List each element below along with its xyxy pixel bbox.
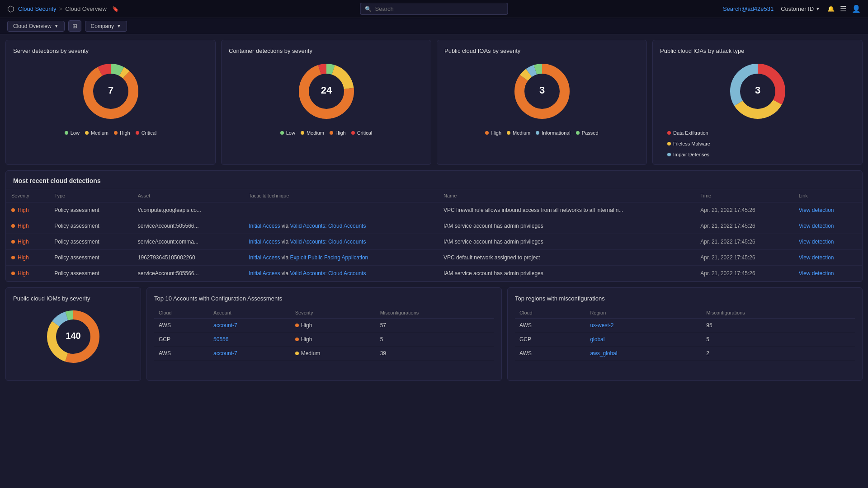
col-account: Account	[209, 307, 291, 319]
breadcrumb: Cloud Security > Cloud Overview 🔖	[18, 5, 119, 12]
time-cell: Apr. 21, 2022 17:45:26	[695, 266, 793, 282]
tactic-link-1[interactable]: Initial Access	[249, 254, 280, 261]
severity-cell: High	[291, 333, 376, 347]
link-cell: View detection	[793, 234, 862, 250]
company-button[interactable]: Company ▼	[85, 21, 127, 32]
tactic-link-1[interactable]: Initial Access	[249, 270, 280, 277]
tactic-link-1[interactable]: Initial Access	[249, 223, 280, 229]
legend-impair-defenses: Impair Defenses	[667, 152, 709, 157]
tactic-link-2[interactable]: Valid Accounts: Cloud Accounts	[290, 270, 366, 277]
col-tactic: Tactic & technique	[243, 189, 438, 202]
detections-table: Severity Type Asset Tactic & technique N…	[6, 189, 862, 282]
main-content: Server detections by severity 7	[0, 34, 868, 386]
col-region: Region	[585, 307, 702, 319]
type-cell: Policy assessment	[49, 234, 132, 250]
view-detection-link[interactable]: View detection	[799, 207, 834, 213]
bell-icon[interactable]: 🔔	[827, 5, 835, 12]
tactic-link-1[interactable]: Initial Access	[249, 239, 280, 245]
link-cell: View detection	[793, 266, 862, 282]
view-detection-link[interactable]: View detection	[799, 254, 834, 261]
col-misconfigs: Misconfigurations	[376, 307, 494, 319]
link-cell: View detection	[793, 202, 862, 218]
col-type: Type	[49, 189, 132, 202]
detections-table-wrapper: Severity Type Asset Tactic & technique N…	[6, 189, 862, 282]
customer-id-selector[interactable]: Customer ID ▼	[781, 5, 820, 12]
region-cell: global	[585, 333, 702, 347]
table-row: HighPolicy assessmentserviceAccount:5055…	[6, 266, 862, 282]
misconfigs-cell: 39	[376, 347, 494, 361]
server-detections-donut: 7	[13, 60, 208, 123]
sub-navigation: Cloud Overview ▼ ⊞ Company ▼	[0, 18, 868, 34]
tactic-link-2[interactable]: Valid Accounts: Cloud Accounts	[290, 239, 366, 245]
legend-low: Low	[65, 130, 80, 136]
misconfigs-cell: 2	[702, 347, 855, 361]
severity-cell: High	[6, 202, 49, 218]
user-email: Search@ad42e531	[723, 5, 774, 12]
asset-cell: //compute.googleapis.co...	[132, 202, 243, 218]
account-link[interactable]: account-7	[213, 322, 237, 328]
account-link[interactable]: account-7	[213, 350, 237, 357]
time-cell: Apr. 21, 2022 17:45:26	[695, 218, 793, 234]
name-cell: IAM service account has admin privileges	[438, 234, 695, 250]
tactic-link-2[interactable]: Exploit Public Facing Application	[290, 254, 368, 261]
bottom-row: Public cloud IOMs by severity 140	[5, 287, 863, 381]
region-link[interactable]: us-west-2	[590, 322, 613, 328]
link-cell: View detection	[793, 250, 862, 266]
table-row: HighPolicy assessmentserviceAccount:comm…	[6, 234, 862, 250]
cloud-cell: AWS	[515, 347, 585, 361]
top-navigation: ⬡ Cloud Security > Cloud Overview 🔖 🔍 Se…	[0, 0, 868, 18]
region-link[interactable]: global	[590, 336, 604, 343]
chevron-down-icon: ▼	[816, 6, 820, 11]
ioms-card: Public cloud IOMs by severity 140	[5, 287, 141, 381]
top-accounts-table: Cloud Account Severity Misconfigurations…	[154, 307, 494, 361]
search-input[interactable]	[360, 3, 508, 15]
region-cell: us-west-2	[585, 319, 702, 333]
col-name: Name	[438, 189, 695, 202]
type-cell: Policy assessment	[49, 218, 132, 234]
table-row: AWS account-7 Medium 39	[154, 347, 494, 361]
grid-view-button[interactable]: ⊞	[68, 20, 81, 32]
legend-high: High	[485, 130, 501, 136]
server-detections-legend: Low Medium High Critical	[13, 130, 208, 136]
col-cloud: Cloud	[154, 307, 209, 319]
type-cell: Policy assessment	[49, 266, 132, 282]
account-cell: account-7	[209, 319, 291, 333]
account-link[interactable]: 50556	[213, 336, 228, 343]
top-accounts-title: Top 10 Accounts with Configuration Asses…	[154, 295, 494, 302]
top-accounts-card: Top 10 Accounts with Configuration Asses…	[146, 287, 502, 381]
col-link: Link	[793, 189, 862, 202]
table-row: AWS aws_global 2	[515, 347, 855, 361]
menu-icon[interactable]: ☰	[840, 5, 846, 13]
cloud-overview-button[interactable]: Cloud Overview ▼	[7, 21, 65, 32]
public-ioas-severity-card: Public cloud IOAs by severity 3	[437, 40, 647, 165]
table-row: AWS us-west-2 95	[515, 319, 855, 333]
view-detection-link[interactable]: View detection	[799, 239, 834, 245]
time-cell: Apr. 21, 2022 17:45:26	[695, 202, 793, 218]
view-detection-link[interactable]: View detection	[799, 223, 834, 229]
view-detection-link[interactable]: View detection	[799, 270, 834, 277]
tactic-cell: Initial Access via Exploit Public Facing…	[243, 250, 438, 266]
detections-table-header: Severity Type Asset Tactic & technique N…	[6, 189, 862, 202]
tactic-cell: Initial Access via Valid Accounts: Cloud…	[243, 218, 438, 234]
nav-icons: 🔔 ☰ 👤	[827, 5, 861, 13]
user-icon[interactable]: 👤	[852, 5, 861, 13]
search-icon: 🔍	[365, 6, 372, 12]
severity-cell: High	[291, 319, 376, 333]
asset-cell: 196279364510500­2260	[132, 250, 243, 266]
region-link[interactable]: aws_global	[590, 350, 617, 357]
legend-high: High	[330, 130, 346, 136]
server-detections-card: Server detections by severity 7	[5, 40, 216, 165]
type-cell: Policy assessment	[49, 250, 132, 266]
tactic-link-2[interactable]: Valid Accounts: Cloud Accounts	[290, 223, 366, 229]
bookmark-icon[interactable]: 🔖	[112, 6, 119, 12]
breadcrumb-cloud-security[interactable]: Cloud Security	[18, 5, 57, 12]
account-cell: 50556	[209, 333, 291, 347]
severity-cell: High	[6, 234, 49, 250]
legend-data-exfiltration: Data Exfiltration	[667, 130, 708, 136]
detections-title: Most recent cloud detections	[6, 171, 862, 189]
svg-text:7: 7	[108, 84, 113, 96]
cloud-cell: GCP	[154, 333, 209, 347]
server-detections-title: Server detections by severity	[13, 47, 208, 54]
legend-passed: Passed	[576, 130, 599, 136]
top-regions-title: Top regions with misconfigurations	[515, 295, 855, 302]
